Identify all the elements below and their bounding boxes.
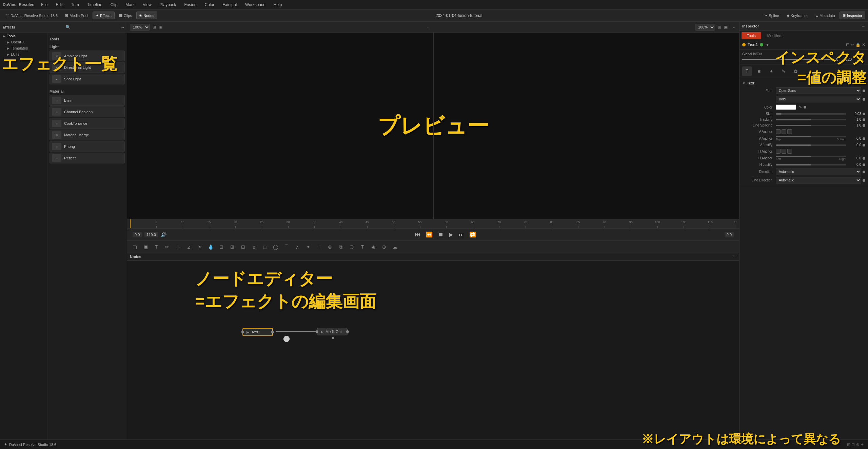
inspector-menu-btn[interactable]: ··· [862, 24, 865, 28]
audio-icon[interactable]: 🔊 [161, 232, 166, 237]
h-anchor-slider[interactable] [776, 156, 846, 157]
text1-input-connector[interactable] [241, 331, 244, 333]
bold-dropdown[interactable]: Bold Regular Italic [776, 96, 861, 102]
view-icon-right-2[interactable]: ▣ [724, 25, 728, 30]
node-tool-19[interactable]: ⊛ [325, 243, 335, 251]
insp-star-icon[interactable]: ✦ [767, 66, 776, 76]
tree-item-tools[interactable]: ▶ Tools [0, 33, 47, 39]
effects-menu-icon[interactable]: ··· [121, 25, 124, 30]
nodes-menu-btn[interactable]: ··· [733, 254, 736, 259]
v-anchor-btn-2[interactable] [782, 129, 786, 134]
menu-color[interactable]: Color [203, 2, 216, 8]
zoom-right-select[interactable]: 100% 50% [695, 24, 715, 31]
menu-trim[interactable]: Trim [70, 2, 80, 8]
toolbar-nodes-btn[interactable]: ◈ Nodes [136, 12, 157, 19]
node-tool-11[interactable]: ⊟ [238, 243, 248, 251]
node-tool-draw[interactable]: ✏ [162, 243, 172, 251]
node-tool-24[interactable]: ⊕ [379, 243, 389, 251]
node-tool-16[interactable]: ∧ [293, 243, 302, 251]
node-tool-5[interactable]: ⊹ [173, 243, 183, 251]
node-action-1[interactable]: ⊟ [846, 42, 849, 47]
view-options-btn[interactable]: ··· [733, 25, 736, 30]
menu-clip[interactable]: Clip [109, 2, 119, 8]
node-action-lock[interactable]: 🔒 [855, 42, 861, 47]
direction-dropdown[interactable]: Automatic Horizontal Vertical [776, 169, 861, 175]
node-tool-7[interactable]: ☀ [195, 243, 204, 251]
gio-slider[interactable] [742, 59, 831, 60]
mediaout-node[interactable]: ▶ MediaOut [317, 328, 348, 335]
effect-blinn[interactable]: ○ Blinn [50, 95, 125, 106]
inspector-tab-tools[interactable]: Tools [742, 32, 761, 39]
tree-item-templates[interactable]: ▶ Templates [0, 45, 47, 51]
effect-ambient-light[interactable]: ☀ Ambient Light [50, 51, 125, 61]
search-icon[interactable]: 🔍 [64, 24, 71, 31]
view-mode-right-icon[interactable]: ⊞ [718, 25, 721, 30]
menu-view[interactable]: View [141, 2, 153, 8]
effect-spot-light[interactable]: ● Spot Light [50, 74, 125, 84]
tracking-slider[interactable] [776, 119, 846, 120]
node-tool-15[interactable]: ⌒ [282, 243, 291, 251]
line-direction-dropdown[interactable]: Automatic LTR RTL [776, 177, 861, 183]
zoom-left-select[interactable]: 100% 50% 200% [130, 24, 150, 31]
node-tool-6[interactable]: ⊿ [184, 243, 194, 251]
v-anchor-slider[interactable] [776, 136, 846, 137]
insp-rect-icon[interactable]: ■ [754, 66, 764, 76]
line-spacing-dot[interactable] [863, 124, 865, 127]
node-action-close[interactable]: ✕ [862, 42, 865, 47]
insp-edit-icon[interactable]: ✎ [779, 66, 788, 76]
effect-material-merge[interactable]: ⊕ Material Merge [50, 130, 125, 140]
v-anchor-btn-3[interactable] [787, 129, 792, 134]
effect-cook-torrance[interactable]: ○ CookTorrance [50, 118, 125, 129]
font-dot[interactable] [863, 90, 865, 92]
menu-fairlight[interactable]: Fairlight [221, 2, 238, 8]
bold-dot[interactable] [863, 98, 865, 101]
v-justify-dot[interactable] [863, 144, 865, 147]
node-tool-2[interactable]: ▣ [141, 243, 150, 251]
expand-arrow-icon[interactable]: ▼ [765, 42, 769, 47]
toolbar-clips-btn[interactable]: ▦ Clips [116, 12, 135, 19]
node-action-2[interactable]: ✏ [851, 42, 854, 47]
node-tool-23[interactable]: ◉ [369, 243, 378, 251]
stop-btn[interactable]: ⏹ [437, 231, 445, 238]
v-justify-slider[interactable] [776, 144, 846, 146]
menu-fusion[interactable]: Fusion [183, 2, 198, 8]
text1-output-connector[interactable] [271, 331, 274, 333]
mediaout-input-connector[interactable] [316, 330, 318, 333]
node-tool-20[interactable]: ⧉ [336, 243, 346, 251]
h-justify-slider[interactable] [776, 164, 846, 165]
color-dot[interactable] [804, 106, 806, 109]
v-anchor-dot[interactable] [863, 137, 865, 140]
size-slider[interactable] [776, 113, 846, 115]
h-anchor-btn-1[interactable] [776, 149, 781, 154]
loop-btn[interactable]: 🔁 [468, 231, 477, 238]
inspector-text-section-title[interactable]: ▼ Text [742, 80, 865, 86]
toolbar-keyframes-btn[interactable]: ◆ Keyframes [784, 12, 812, 19]
node-tool-14[interactable]: ◯ [271, 243, 280, 251]
node-tool-17[interactable]: ✦ [303, 243, 313, 251]
menu-mark[interactable]: Mark [124, 2, 136, 8]
direction-dot[interactable] [863, 171, 865, 173]
insp-text-icon[interactable]: T [742, 66, 752, 76]
inspector-tab-modifiers[interactable]: Modifiers [762, 32, 788, 39]
line-direction-dot[interactable] [863, 179, 865, 182]
color-swatch[interactable] [776, 104, 796, 110]
node-tool-13[interactable]: ◻ [260, 243, 270, 251]
menu-help[interactable]: Help [272, 2, 283, 8]
node-tool-10[interactable]: ⊞ [228, 243, 237, 251]
node-tool-select[interactable]: ▢ [130, 243, 139, 251]
node-tool-18[interactable]: ⁙ [314, 243, 324, 251]
go-to-start-btn[interactable]: ⏮ [414, 231, 422, 238]
menu-workspace[interactable]: Workspace [244, 2, 267, 8]
node-tool-21[interactable]: ⬡ [347, 243, 356, 251]
toolbar-spline-btn[interactable]: 〜 Spline [761, 11, 782, 20]
node-tool-text[interactable]: T [152, 243, 161, 251]
insp-fx-icon[interactable]: ✿ [791, 66, 801, 76]
menu-edit[interactable]: Edit [55, 2, 64, 8]
node-tool-12[interactable]: ⧈ [249, 243, 259, 251]
view-mode-icon[interactable]: ⊞ [153, 25, 156, 30]
text1-node[interactable]: ▶ Text1 [242, 328, 273, 336]
line-spacing-slider[interactable] [776, 125, 846, 126]
node-tool-8[interactable]: 💧 [206, 243, 215, 251]
v-anchor-btn-1[interactable] [776, 129, 781, 134]
h-anchor-btn-3[interactable] [787, 149, 792, 154]
